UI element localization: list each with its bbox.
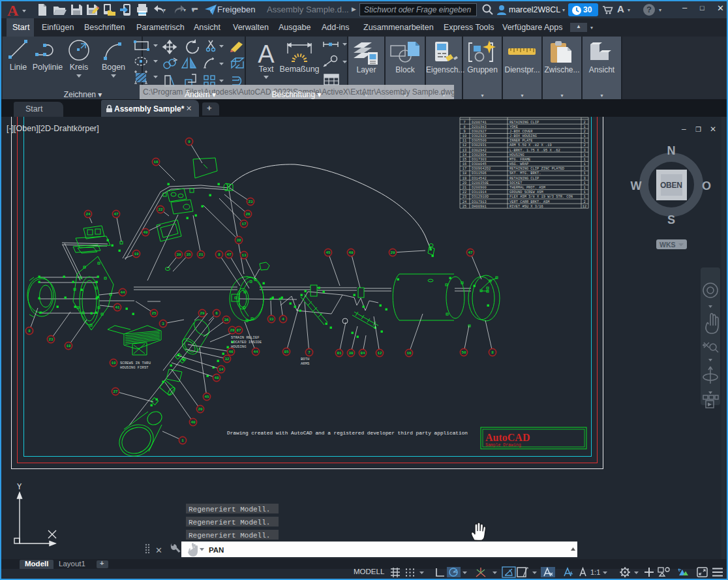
svg-text:13: 13 <box>241 253 247 258</box>
svg-text:39: 39 <box>176 252 181 257</box>
svg-text:W: W <box>631 179 642 192</box>
svg-text:8: 8 <box>218 252 220 257</box>
svg-text:A: A <box>258 40 275 68</box>
svg-text:36: 36 <box>224 318 229 322</box>
svg-text:45: 45 <box>204 395 209 399</box>
svg-text:10: 10 <box>463 134 466 138</box>
svg-text:1: 1 <box>583 191 585 194</box>
svg-text:33: 33 <box>269 317 274 322</box>
svg-text:D302942: D302942 <box>472 149 487 153</box>
svg-text:13: 13 <box>463 149 466 153</box>
svg-text:49: 49 <box>143 230 148 235</box>
svg-text:Bemaßung: Bemaßung <box>279 65 319 74</box>
svg-text:A: A <box>7 2 19 18</box>
svg-text:3: 3 <box>162 322 164 326</box>
svg-text:GROUND SCREW ASM: GROUND SCREW ASM <box>509 191 543 194</box>
svg-text:1:1: 1:1 <box>590 568 600 576</box>
svg-text:Regeneriert Modell.: Regeneriert Modell. <box>189 532 270 540</box>
svg-text:D200741: D200741 <box>472 121 487 125</box>
svg-text:8: 8 <box>463 125 465 129</box>
svg-text:OBEN: OBEN <box>660 181 682 190</box>
svg-text:RETAINING CLIP: RETAINING CLIP <box>509 177 539 181</box>
svg-text:30: 30 <box>348 351 354 356</box>
svg-text:26: 26 <box>245 212 250 217</box>
svg-text:12: 12 <box>377 351 382 356</box>
svg-text:1: 1 <box>583 195 585 199</box>
svg-text:7: 7 <box>463 121 465 125</box>
svg-text:S: S <box>667 213 675 226</box>
svg-text:2: 2 <box>583 121 585 125</box>
svg-text:18: 18 <box>463 172 466 176</box>
svg-text:✕: ✕ <box>155 545 162 555</box>
svg-text:46: 46 <box>228 350 234 354</box>
svg-text:HSG. WRAP: HSG. WRAP <box>509 162 528 166</box>
svg-text:87: 87 <box>236 328 241 333</box>
svg-text:ARM 5.50 X .82 X .19: ARM 5.50 X .82 X .19 <box>509 144 552 147</box>
svg-text:3: 3 <box>583 149 585 153</box>
svg-text:12: 12 <box>583 205 586 209</box>
svg-text:41: 41 <box>115 305 120 310</box>
svg-text:8: 8 <box>491 350 494 355</box>
svg-text:23: 23 <box>48 337 53 342</box>
svg-text:Sample Drawing: Sample Drawing <box>485 443 521 448</box>
svg-text:D308045: D308045 <box>472 162 487 166</box>
svg-text:28: 28 <box>230 328 235 333</box>
svg-text:ARMS: ARMS <box>301 361 310 366</box>
svg-text:D302904: D302904 <box>472 153 487 157</box>
svg-text:1: 1 <box>583 162 585 166</box>
svg-text:HOUSING: HOUSING <box>509 153 524 157</box>
svg-text:❐: ❐ <box>695 126 701 133</box>
svg-text:O: O <box>702 179 711 192</box>
svg-text:8: 8 <box>28 329 31 333</box>
svg-text:17: 17 <box>463 167 466 171</box>
svg-text:1: 1 <box>583 167 585 171</box>
svg-text:1: 1 <box>583 125 585 129</box>
svg-text:D305500: D305500 <box>472 139 487 143</box>
svg-text:1: 1 <box>583 134 585 138</box>
svg-text:D302927: D302927 <box>472 130 487 134</box>
svg-text:Drawing created with AutoCAD a: Drawing created with AutoCAD and a regis… <box>227 431 468 436</box>
svg-text:7: 7 <box>308 350 311 355</box>
svg-text:THERMAL PROT. ASM: THERMAL PROT. ASM <box>509 186 545 190</box>
svg-text:49: 49 <box>348 251 354 255</box>
svg-text:J-BOX HOUSING: J-BOX HOUSING <box>509 134 537 138</box>
svg-text:1: 1 <box>583 172 585 176</box>
svg-text:11: 11 <box>463 139 466 143</box>
svg-text:25: 25 <box>463 205 466 209</box>
svg-text:D314542: D314542 <box>472 177 487 181</box>
svg-text:Kreis: Kreis <box>70 63 88 72</box>
svg-text:20: 20 <box>198 407 203 412</box>
svg-text:47: 47 <box>468 251 473 255</box>
svg-text:24: 24 <box>85 212 91 217</box>
svg-text:22: 22 <box>463 191 466 194</box>
svg-text:RETAINING CLIP: RETAINING CLIP <box>509 121 539 125</box>
svg-text:1: 1 <box>583 186 585 190</box>
svg-text:32: 32 <box>224 357 230 361</box>
svg-text:85: 85 <box>284 350 289 354</box>
svg-text:Regeneriert Modell.: Regeneriert Modell. <box>189 506 270 513</box>
svg-text:N: N <box>667 144 676 157</box>
svg-text:47: 47 <box>114 212 119 217</box>
svg-text:D317303: D317303 <box>472 158 487 162</box>
svg-text:D309642D2: D309642D2 <box>472 167 491 171</box>
svg-text:24: 24 <box>463 200 466 204</box>
svg-text:1: 1 <box>583 139 585 143</box>
svg-text:44: 44 <box>253 350 258 354</box>
svg-text:SOCKET: SOCKET <box>509 181 523 185</box>
svg-text:D302931: D302931 <box>472 144 487 147</box>
svg-text:19: 19 <box>463 177 466 181</box>
svg-text:23: 23 <box>248 200 253 204</box>
svg-text:D200350E: D200350E <box>472 181 489 185</box>
svg-text:21: 21 <box>463 186 466 190</box>
svg-text:2: 2 <box>583 130 585 134</box>
svg-text:BOTH: BOTH <box>301 357 309 361</box>
svg-text:D311506: D311506 <box>472 172 487 176</box>
svg-text:19: 19 <box>134 252 139 256</box>
svg-text:27: 27 <box>113 389 118 394</box>
svg-text:RIVET #SU X 3/16: RIVET #SU X 3/16 <box>509 205 543 209</box>
svg-text:1: 1 <box>583 158 585 162</box>
svg-text:[-][Oben][2D-Drahtkörper]: [-][Oben][2D-Drahtkörper] <box>7 124 99 133</box>
svg-text:15: 15 <box>463 158 466 162</box>
svg-text:9: 9 <box>463 130 465 134</box>
svg-text:STRAIN RELIEF: STRAIN RELIEF <box>231 335 260 340</box>
